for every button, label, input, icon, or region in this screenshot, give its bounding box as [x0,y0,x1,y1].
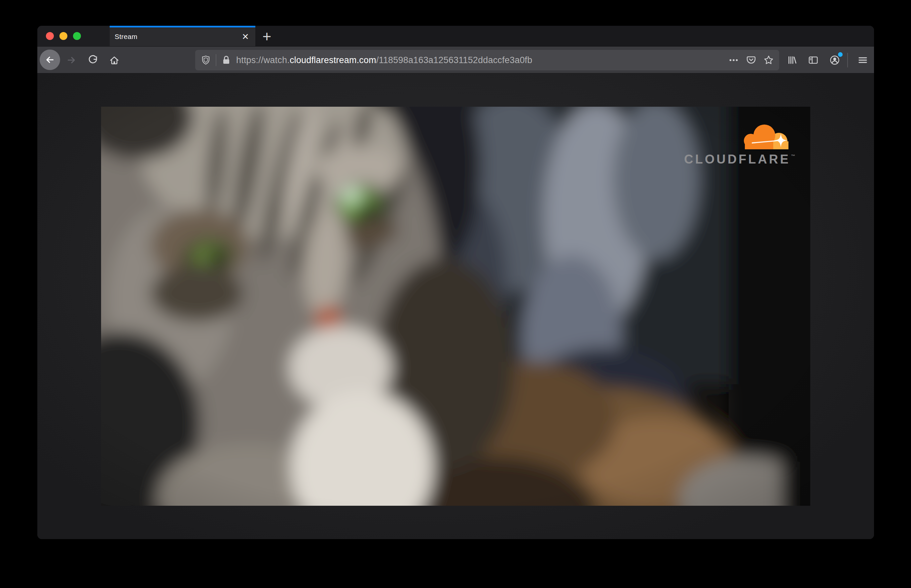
back-icon [44,54,55,65]
urlbar-divider [216,54,216,66]
sidebar-button[interactable] [804,51,822,69]
window-close-button[interactable] [46,32,54,40]
url-text: https://watch.cloudflarestream.com/11859… [236,55,533,65]
sidebar-icon [808,55,819,66]
cloudflare-wordmark: CLOUDFLARE™ [684,152,795,166]
pocket-icon[interactable] [744,53,758,67]
browser-window: Stream ✕ + [37,26,874,539]
cloudflare-logo: CLOUDFLARE™ [684,123,798,168]
tab-bar: Stream ✕ + [37,26,874,46]
home-icon [109,55,120,66]
window-minimize-button[interactable] [60,32,67,40]
window-controls [37,26,110,46]
bookmark-star-icon[interactable] [761,53,776,67]
navigation-toolbar: https://watch.cloudflarestream.com/11859… [37,46,874,73]
url-bar[interactable]: https://watch.cloudflarestream.com/11859… [195,50,779,70]
url-domain: cloudflarestream.com [290,55,376,65]
library-button[interactable] [782,51,801,69]
account-notification-dot [838,52,843,57]
trademark-symbol: ™ [791,153,795,158]
connection-secure-lock-icon[interactable] [220,53,232,67]
video-player[interactable]: CLOUDFLARE™ [101,107,810,506]
tab-close-icon[interactable]: ✕ [239,26,251,46]
page-actions-icon[interactable] [726,53,741,67]
tracking-protection-shield-icon[interactable] [200,53,212,67]
url-scheme: https://watch. [236,55,290,65]
menu-button[interactable] [853,51,872,69]
active-tab-accent-stripe [110,26,255,27]
cloudflare-cloud-icon [740,123,793,151]
forward-button[interactable] [62,51,81,69]
home-button[interactable] [105,51,124,69]
library-icon [786,55,797,66]
url-path: /118598a163a125631152ddaccfe3a0fb [376,55,533,65]
reload-icon [87,55,99,66]
forward-icon [66,55,77,66]
window-zoom-button[interactable] [73,32,81,40]
reload-button[interactable] [84,51,102,69]
tab-stream[interactable]: Stream ✕ [110,26,255,46]
new-tab-button[interactable]: + [255,26,278,46]
toolbar-divider [847,53,848,67]
account-button[interactable] [825,51,844,69]
page-content: CLOUDFLARE™ [37,73,874,539]
back-button[interactable] [40,50,60,70]
hamburger-menu-icon [857,55,868,66]
tab-title: Stream [115,33,137,40]
cloudflare-wordmark-text: CLOUDFLARE [684,152,790,166]
